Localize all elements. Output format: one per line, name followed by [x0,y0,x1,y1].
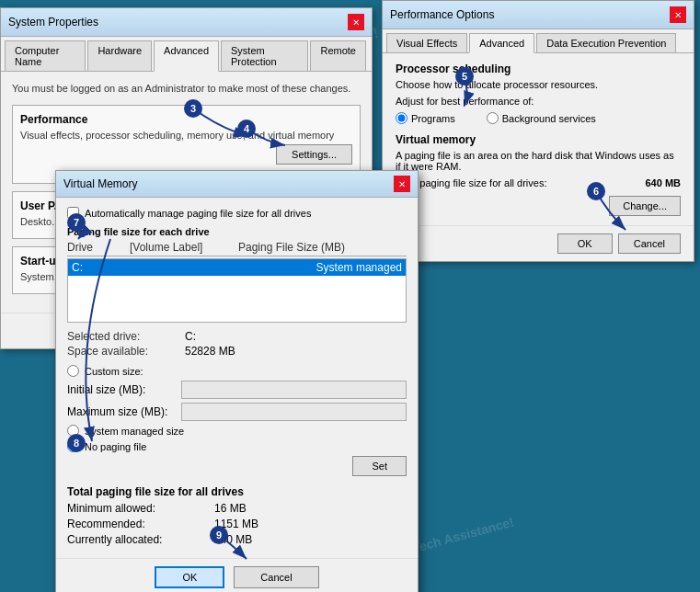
tab-data-execution[interactable]: Data Execution Prevention [536,33,676,52]
drive-list[interactable]: C: System managed [67,258,407,323]
custom-size-option: Custom size: [67,365,407,377]
perf-ok-button[interactable]: OK [557,233,613,254]
paging-total-row: Total paging file size for all drives: 6… [396,177,681,188]
badge-8: 8 [67,434,86,452]
space-available-value: 52828 MB [185,345,407,358]
total-section: Total paging file size for all drives Mi… [67,485,407,546]
virt-mem-dialog-buttons: OK Cancel [56,558,418,592]
proc-sched-desc: Choose how to allocate processor resourc… [396,79,681,90]
tab-perf-advanced[interactable]: Advanced [469,33,534,53]
volume-col-header: [Volume Label] [130,241,231,254]
tab-computer-name[interactable]: Computer Name [5,40,86,71]
recommended-label: Recommended: [67,518,214,530]
performance-options-window: Performance Options ✕ Visual Effects Adv… [382,0,694,262]
initial-size-row: Initial size (MB): [67,381,407,399]
virt-mem-cancel-button[interactable]: Cancel [234,566,318,588]
perf-buttons: OK Cancel [383,225,694,261]
perf-cancel-button[interactable]: Cancel [618,233,681,254]
sys-props-titlebar: System Properties ✕ [1,8,372,37]
sys-props-tabs: Computer Name Hardware Advanced System P… [1,37,372,72]
performance-settings-button[interactable]: Settings... [276,144,352,165]
programs-label: Programs [411,113,455,124]
currently-allocated-label: Currently allocated: [67,533,214,546]
no-paging-option: No paging file [67,440,407,452]
min-allowed-row: Minimum allowed: 16 MB [67,502,407,515]
recommended-value: 1151 MB [214,518,407,530]
virtual-memory-dialog: Virtual Memory ✕ Automatically manage pa… [55,170,419,592]
admin-note: You must be logged on as an Administrato… [12,83,361,94]
badge-6: 6 [587,182,605,200]
drive-col-header: Drive [67,241,122,254]
set-button[interactable]: Set [352,456,407,476]
auto-manage-row: Automatically manage paging file size fo… [67,207,407,219]
change-button[interactable]: Change... [609,196,681,216]
auto-manage-label: Automatically manage paging file size fo… [85,208,311,219]
total-section-title: Total paging file size for all drives [67,485,407,498]
badge-4: 4 [237,120,256,138]
perf-options-titlebar: Performance Options ✕ [383,1,694,29]
tab-hardware[interactable]: Hardware [87,40,152,71]
min-allowed-value: 16 MB [214,502,407,515]
perf-content: Processor scheduling Choose how to alloc… [383,53,694,225]
initial-size-label: Initial size (MB): [67,383,178,396]
drive-table-header: Drive [Volume Label] Paging File Size (M… [67,241,407,256]
tab-system-protection[interactable]: System Protection [221,40,308,71]
max-size-input[interactable] [181,403,407,421]
recommended-row: Recommended: 1151 MB [67,518,407,530]
currently-allocated-row: Currently allocated: 640 MB [67,533,407,546]
virt-mem-title-text: Virtual Memory [63,177,137,190]
performance-desc: Visual effects, processor scheduling, me… [20,130,352,141]
tab-visual-effects[interactable]: Visual Effects [386,33,467,52]
max-size-label: Maximum size (MB): [67,405,178,418]
currently-allocated-value: 640 MB [214,533,407,546]
drive-c-label [131,261,232,274]
drive-section-label: Paging file size for each drive [67,226,407,237]
no-paging-label: No paging file [85,441,146,452]
tab-remote[interactable]: Remote [310,40,366,71]
size-col-header: Paging File Size (MB) [238,241,407,254]
drive-info-grid: Selected drive: C: Space available: 5282… [67,330,407,358]
custom-size-label: Custom size: [85,366,143,377]
background-services-label: Background services [502,113,596,124]
virtual-memory-section: Virtual memory A paging file is an area … [396,133,681,216]
programs-radio-row: Programs Background services [396,112,681,124]
custom-size-radio[interactable] [67,365,79,377]
virt-mem-titlebar: Virtual Memory ✕ [56,171,418,198]
proc-sched-title: Processor scheduling [396,63,681,75]
badge-5: 5 [455,67,474,85]
virt-mem-desc: A paging file is an area on the hard dis… [396,150,681,172]
virt-mem-close-button[interactable]: ✕ [394,176,410,192]
space-available-label: Space available: [67,345,178,358]
processor-scheduling-section: Processor scheduling Choose how to alloc… [396,63,681,124]
virt-mem-title: Virtual memory [396,133,681,146]
perf-options-title: Performance Options [390,8,494,21]
drive-c-size: System managed [239,261,402,274]
proc-sched-adjust: Adjust for best performance of: [396,96,681,107]
virt-mem-content: Automatically manage paging file size fo… [56,198,418,558]
max-size-row: Maximum size (MB): [67,403,407,421]
programs-radio[interactable] [396,112,407,124]
system-managed-option: System managed size [67,425,407,437]
sys-props-title: System Properties [8,16,98,28]
perf-options-close-button[interactable]: ✕ [670,6,686,23]
background-services-radio[interactable] [487,112,499,124]
badge-7: 7 [67,213,86,232]
virt-mem-ok-button[interactable]: OK [155,566,224,588]
selected-drive-value: C: [185,330,407,343]
initial-size-input[interactable] [181,381,407,399]
system-managed-label: System managed size [85,426,184,437]
drive-row-c[interactable]: C: System managed [68,259,406,276]
perf-tabs: Visual Effects Advanced Data Execution P… [383,29,694,53]
badge-9: 9 [210,526,228,544]
min-allowed-label: Minimum allowed: [67,502,214,515]
badge-3: 3 [184,99,202,118]
selected-drive-label: Selected drive: [67,330,178,343]
tab-advanced[interactable]: Advanced [154,40,219,72]
paging-total-value: 640 MB [645,177,681,188]
sys-props-close-button[interactable]: ✕ [348,14,364,30]
drive-c-letter: C: [72,261,123,274]
